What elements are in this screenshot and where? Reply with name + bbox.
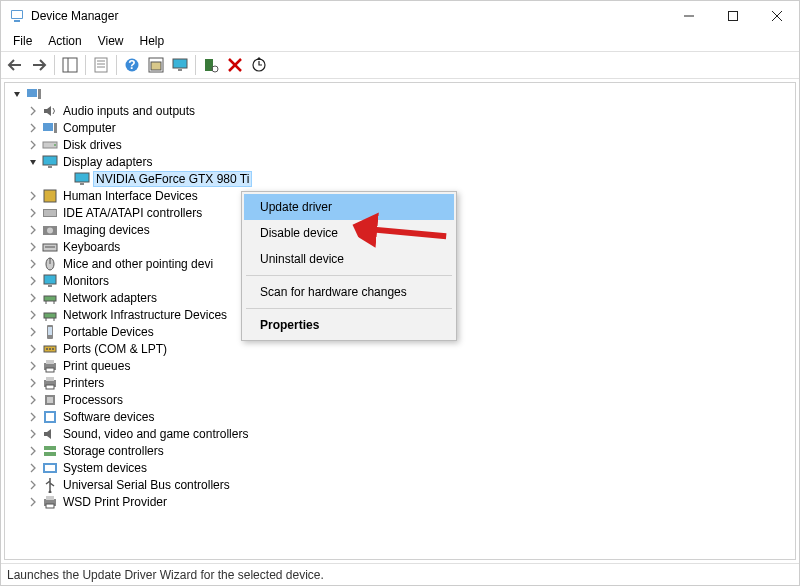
expand-toggle-icon[interactable]	[27, 140, 39, 150]
expand-toggle-icon[interactable]	[27, 429, 39, 439]
printer-icon	[42, 358, 58, 374]
tree-item-label: IDE ATA/ATAPI controllers	[61, 206, 204, 220]
tree-item[interactable]: Universal Serial Bus controllers	[27, 476, 795, 493]
scan-button[interactable]	[199, 53, 223, 77]
storage-icon	[42, 443, 58, 459]
maximize-button[interactable]	[711, 1, 755, 31]
tree-item[interactable]: Display adapters	[27, 153, 795, 170]
expand-toggle-icon[interactable]	[27, 378, 39, 388]
expand-toggle-icon[interactable]	[27, 395, 39, 405]
printer-icon	[42, 375, 58, 391]
forward-button[interactable]	[27, 53, 51, 77]
monitor-button[interactable]	[168, 53, 192, 77]
update-button[interactable]	[247, 53, 271, 77]
expand-toggle-icon[interactable]	[27, 463, 39, 473]
statusbar: Launches the Update Driver Wizard for th…	[1, 563, 799, 585]
tree-item-label: Mice and other pointing devi	[61, 257, 215, 271]
tree-item-label: Network Infrastructure Devices	[61, 308, 229, 322]
tree-item[interactable]: Sound, video and game controllers	[27, 425, 795, 442]
window-title: Device Manager	[31, 9, 667, 23]
properties-button[interactable]	[89, 53, 113, 77]
tree-item-label: Audio inputs and outputs	[61, 104, 197, 118]
tree-item[interactable]: Software devices	[27, 408, 795, 425]
expand-toggle-icon[interactable]	[27, 361, 39, 371]
toolbar-separator	[54, 55, 55, 75]
expand-toggle-icon[interactable]	[27, 293, 39, 303]
expand-toggle-icon[interactable]	[27, 497, 39, 507]
tree-item[interactable]: Computer	[27, 119, 795, 136]
speaker-icon	[42, 103, 58, 119]
tree-item[interactable]: Storage controllers	[27, 442, 795, 459]
monitor-icon	[42, 273, 58, 289]
expand-toggle-icon[interactable]	[27, 123, 39, 133]
tree-item-label: Ports (COM & LPT)	[61, 342, 169, 356]
tree-item[interactable]: Disk drives	[27, 136, 795, 153]
close-button[interactable]	[755, 1, 799, 31]
menu-view[interactable]: View	[90, 32, 132, 50]
ide-icon	[42, 205, 58, 221]
context-menu-item[interactable]: Scan for hardware changes	[244, 279, 454, 305]
context-menu-item[interactable]: Update driver	[244, 194, 454, 220]
camera-icon	[42, 222, 58, 238]
tree-item-label: WSD Print Provider	[61, 495, 169, 509]
svg-rect-9	[95, 58, 107, 72]
tree-item-label: Sound, video and game controllers	[61, 427, 250, 441]
tree-item[interactable]: Processors	[27, 391, 795, 408]
app-icon	[9, 8, 25, 24]
expand-toggle-icon[interactable]	[27, 208, 39, 218]
menu-help[interactable]: Help	[132, 32, 173, 50]
tree-item[interactable]: Audio inputs and outputs	[27, 102, 795, 119]
svg-rect-18	[178, 69, 182, 71]
tree-item[interactable]: Printers	[27, 374, 795, 391]
expand-toggle-icon[interactable]	[27, 259, 39, 269]
menu-file[interactable]: File	[5, 32, 40, 50]
tree-item[interactable]: WSD Print Provider	[27, 493, 795, 510]
expand-toggle-icon[interactable]	[27, 327, 39, 337]
expand-toggle-icon[interactable]	[27, 446, 39, 456]
cpu-icon	[42, 392, 58, 408]
tree-item[interactable]: Print queues	[27, 357, 795, 374]
context-separator	[246, 275, 452, 276]
toolbar: ?	[1, 51, 799, 79]
tree-item[interactable]: NVIDIA GeForce GTX 980 Ti	[59, 170, 795, 187]
expand-toggle-icon[interactable]	[27, 480, 39, 490]
disk-icon	[42, 137, 58, 153]
tree-item-label: Printers	[61, 376, 106, 390]
svg-rect-4	[729, 12, 738, 21]
tree-item-label: Processors	[61, 393, 125, 407]
show-hidden-button[interactable]	[144, 53, 168, 77]
system-icon	[42, 460, 58, 476]
context-menu: Update driverDisable deviceUninstall dev…	[241, 191, 457, 341]
expand-toggle-icon[interactable]	[27, 242, 39, 252]
expand-toggle-icon[interactable]	[27, 191, 39, 201]
computer-icon	[42, 120, 58, 136]
expand-toggle-icon[interactable]	[27, 344, 39, 354]
expand-toggle-icon[interactable]	[27, 412, 39, 422]
context-menu-item[interactable]: Disable device	[244, 220, 454, 246]
properties-pane-button[interactable]	[58, 53, 82, 77]
device-tree-pane: Audio inputs and outputsComputerDisk dri…	[4, 82, 796, 560]
mouse-icon	[42, 256, 58, 272]
hid-icon	[42, 188, 58, 204]
expand-toggle-icon[interactable]	[27, 276, 39, 286]
help-button[interactable]: ?	[120, 53, 144, 77]
minimize-button[interactable]	[667, 1, 711, 31]
expand-toggle-icon[interactable]	[27, 106, 39, 116]
back-button[interactable]	[3, 53, 27, 77]
menubar: File Action View Help	[1, 31, 799, 51]
expand-toggle-icon[interactable]	[27, 310, 39, 320]
tree-root[interactable]	[11, 85, 795, 102]
expand-toggle-icon[interactable]	[27, 157, 39, 167]
delete-button[interactable]	[223, 53, 247, 77]
menu-action[interactable]: Action	[40, 32, 89, 50]
context-menu-item[interactable]: Properties	[244, 312, 454, 338]
tree-item[interactable]: System devices	[27, 459, 795, 476]
tree-item[interactable]: Ports (COM & LPT)	[27, 340, 795, 357]
toolbar-separator	[116, 55, 117, 75]
toolbar-separator	[85, 55, 86, 75]
printer-icon	[42, 494, 58, 510]
context-menu-item[interactable]: Uninstall device	[244, 246, 454, 272]
expand-toggle-icon[interactable]	[27, 225, 39, 235]
sound-icon	[42, 426, 58, 442]
svg-rect-7	[63, 58, 77, 72]
